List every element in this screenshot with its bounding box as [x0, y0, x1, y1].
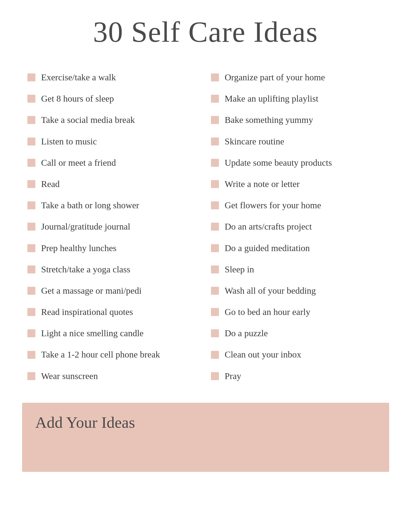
- item-label: Wear sunscreen: [41, 370, 98, 382]
- checkbox-icon[interactable]: [211, 116, 219, 124]
- page-container: 30 Self Care Ideas Exercise/take a walkG…: [22, 16, 389, 472]
- item-label: Write a note or letter: [225, 178, 300, 190]
- list-item[interactable]: Get flowers for your home: [206, 195, 389, 216]
- list-item[interactable]: Sleep in: [206, 259, 389, 280]
- list-item[interactable]: Clean out your inbox: [206, 344, 389, 365]
- checkbox-icon[interactable]: [211, 223, 219, 231]
- checkbox-icon[interactable]: [211, 201, 219, 209]
- add-ideas-title: Add Your Ideas: [35, 413, 376, 432]
- item-label: Make an uplifting playlist: [225, 93, 318, 105]
- item-label: Take a bath or long shower: [41, 200, 139, 211]
- list-item[interactable]: Take a social media break: [22, 109, 206, 131]
- item-label: Update some beauty products: [225, 157, 332, 169]
- checklist-grid: Exercise/take a walkGet 8 hours of sleep…: [22, 67, 389, 387]
- checkbox-icon[interactable]: [27, 201, 35, 209]
- checkbox-icon[interactable]: [211, 159, 219, 167]
- checkbox-icon[interactable]: [27, 351, 35, 359]
- page-title: 30 Self Care Ideas: [22, 16, 389, 48]
- list-item[interactable]: Do an arts/crafts project: [206, 216, 389, 237]
- list-item[interactable]: Update some beauty products: [206, 152, 389, 173]
- list-item[interactable]: Read inspirational quotes: [22, 301, 206, 323]
- item-label: Skincare routine: [225, 136, 284, 147]
- checkbox-icon[interactable]: [211, 95, 219, 103]
- item-label: Read inspirational quotes: [41, 306, 133, 318]
- item-label: Read: [41, 178, 60, 190]
- list-item[interactable]: Pray: [206, 365, 389, 387]
- item-label: Do an arts/crafts project: [225, 221, 312, 232]
- checkbox-icon[interactable]: [27, 329, 35, 337]
- list-item[interactable]: Prep healthy lunches: [22, 238, 206, 259]
- checkbox-icon[interactable]: [211, 351, 219, 359]
- item-label: Bake something yummy: [225, 114, 313, 126]
- checkbox-icon[interactable]: [27, 73, 35, 81]
- item-label: Take a social media break: [41, 114, 135, 126]
- item-label: Prep healthy lunches: [41, 242, 117, 254]
- checkbox-icon[interactable]: [211, 372, 219, 380]
- checkbox-icon[interactable]: [211, 265, 219, 273]
- list-item[interactable]: Get 8 hours of sleep: [22, 88, 206, 109]
- add-ideas-section: Add Your Ideas: [22, 403, 389, 472]
- checkbox-icon[interactable]: [27, 265, 35, 273]
- item-label: Wash all of your bedding: [225, 285, 316, 297]
- item-label: Listen to music: [41, 136, 97, 147]
- item-label: Exercise/take a walk: [41, 72, 116, 83]
- item-label: Call or meet a friend: [41, 157, 116, 169]
- list-item[interactable]: Skincare routine: [206, 131, 389, 152]
- checkbox-icon[interactable]: [27, 372, 35, 380]
- item-label: Organize part of your home: [225, 72, 325, 83]
- list-item[interactable]: Wear sunscreen: [22, 365, 206, 387]
- list-item[interactable]: Take a bath or long shower: [22, 195, 206, 216]
- checkbox-icon[interactable]: [27, 138, 35, 146]
- list-item[interactable]: Go to bed an hour early: [206, 301, 389, 323]
- item-label: Sleep in: [225, 264, 254, 275]
- list-item[interactable]: Listen to music: [22, 131, 206, 152]
- item-label: Do a guided meditation: [225, 242, 310, 254]
- list-item[interactable]: Call or meet a friend: [22, 152, 206, 173]
- list-item[interactable]: Stretch/take a yoga class: [22, 259, 206, 280]
- right-column: Organize part of your homeMake an uplift…: [206, 67, 389, 387]
- checkbox-icon[interactable]: [27, 95, 35, 103]
- checkbox-icon[interactable]: [211, 329, 219, 337]
- checkbox-icon[interactable]: [27, 180, 35, 188]
- list-item[interactable]: Light a nice smelling candle: [22, 323, 206, 344]
- checkbox-icon[interactable]: [27, 159, 35, 167]
- item-label: Stretch/take a yoga class: [41, 264, 130, 275]
- item-label: Journal/gratitude journal: [41, 221, 130, 232]
- item-label: Go to bed an hour early: [225, 306, 310, 318]
- checkbox-icon[interactable]: [211, 244, 219, 252]
- item-label: Get flowers for your home: [225, 200, 321, 211]
- item-label: Pray: [225, 370, 241, 382]
- item-label: Get a massage or mani/pedi: [41, 285, 142, 297]
- list-item[interactable]: Bake something yummy: [206, 109, 389, 131]
- list-item[interactable]: Do a puzzle: [206, 323, 389, 344]
- list-item[interactable]: Write a note or letter: [206, 173, 389, 195]
- list-item[interactable]: Organize part of your home: [206, 67, 389, 88]
- checkbox-icon[interactable]: [27, 223, 35, 231]
- list-item[interactable]: Do a guided meditation: [206, 238, 389, 259]
- item-label: Take a 1-2 hour cell phone break: [41, 349, 160, 360]
- list-item[interactable]: Take a 1-2 hour cell phone break: [22, 344, 206, 365]
- checkbox-icon[interactable]: [211, 180, 219, 188]
- checkbox-icon[interactable]: [211, 287, 219, 295]
- checkbox-icon[interactable]: [27, 308, 35, 316]
- checkbox-icon[interactable]: [211, 73, 219, 81]
- item-label: Clean out your inbox: [225, 349, 301, 360]
- checkbox-icon[interactable]: [27, 116, 35, 124]
- item-label: Do a puzzle: [225, 327, 268, 339]
- list-item[interactable]: Exercise/take a walk: [22, 67, 206, 88]
- item-label: Get 8 hours of sleep: [41, 93, 114, 105]
- checkbox-icon[interactable]: [27, 244, 35, 252]
- left-column: Exercise/take a walkGet 8 hours of sleep…: [22, 67, 206, 387]
- list-item[interactable]: Read: [22, 173, 206, 195]
- list-item[interactable]: Journal/gratitude journal: [22, 216, 206, 237]
- list-item[interactable]: Make an uplifting playlist: [206, 88, 389, 109]
- list-item[interactable]: Get a massage or mani/pedi: [22, 280, 206, 301]
- list-item[interactable]: Wash all of your bedding: [206, 280, 389, 301]
- checkbox-icon[interactable]: [211, 138, 219, 146]
- checkbox-icon[interactable]: [211, 308, 219, 316]
- checkbox-icon[interactable]: [27, 287, 35, 295]
- item-label: Light a nice smelling candle: [41, 327, 144, 339]
